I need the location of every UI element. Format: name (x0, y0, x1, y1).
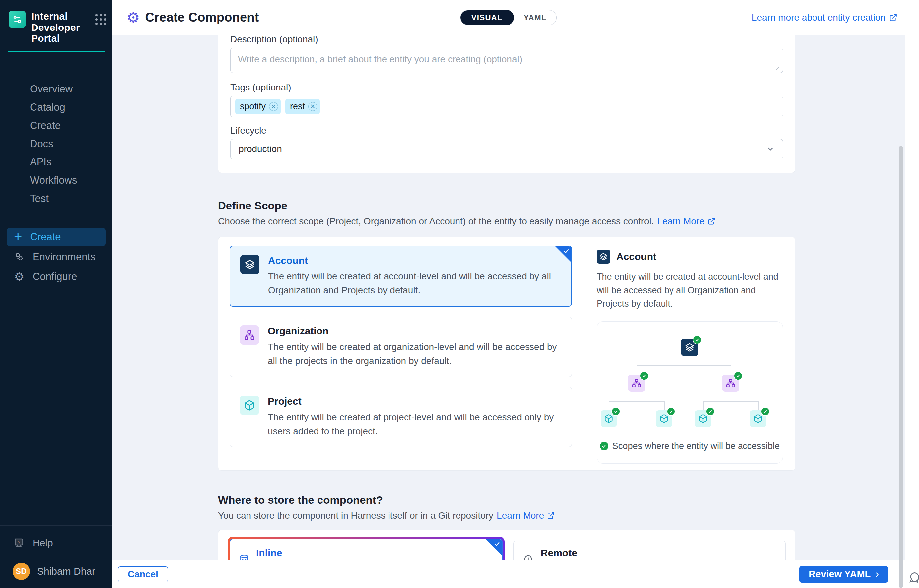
storage-option-title: Remote (541, 547, 682, 559)
harness-idp-logo[interactable] (9, 11, 26, 28)
storage-learn-more-link[interactable]: Learn More (497, 510, 555, 521)
help-label: Help (32, 537, 53, 549)
storage-subtitle: You can store the component in Harness i… (218, 510, 795, 521)
cube-icon (240, 396, 259, 415)
tag-chip: rest ✕ (285, 99, 320, 114)
database-code-icon (239, 554, 250, 561)
footer-bar: Cancel Review YAML › (112, 560, 905, 588)
user-menu[interactable]: SD Shibam Dhar (13, 563, 112, 580)
globe-plus-icon (523, 554, 534, 561)
external-link-icon (889, 13, 898, 22)
check-circle-icon (611, 407, 621, 416)
check-circle-icon (666, 407, 676, 416)
check-circle-icon (640, 371, 648, 380)
diagram-project-node (656, 410, 672, 427)
org-chart-icon (240, 325, 259, 345)
learn-more-label: Learn more about entity creation (752, 12, 885, 23)
sidebar-item-apis[interactable]: APIs (0, 153, 112, 171)
x-circle-icon[interactable]: ✕ (269, 102, 278, 111)
external-link-icon (547, 512, 555, 520)
sidebar-item-test[interactable]: Test (0, 190, 112, 208)
description-label: Description (optional) (230, 35, 783, 45)
diagram-project-node (750, 410, 767, 427)
storage-learn-more-label: Learn More (497, 510, 544, 521)
hexagons-icon (14, 252, 24, 262)
vertical-scrollbar[interactable] (899, 146, 903, 588)
lifecycle-value: production (238, 144, 282, 155)
sidebar-action-create[interactable]: + Create (6, 228, 105, 246)
storage-option-inline-highlight[interactable]: Inline IDP is stored in Harness (228, 536, 505, 561)
diagram-caption: Scopes where the entity will be accessib… (597, 441, 783, 451)
sidebar-section-divider (8, 221, 104, 221)
review-yaml-button[interactable]: Review YAML › (799, 566, 888, 583)
define-scope-subtitle: Choose the correct scope (Project, Organ… (218, 216, 795, 227)
sidebar: Internal Developer Portal Overview Catal… (0, 0, 112, 588)
svg-text:?: ? (18, 540, 21, 544)
sidebar-actions: + Create Environments ⚙ Configure (6, 228, 105, 288)
help-button[interactable]: ? Help (0, 526, 112, 549)
diagram-org-node (722, 375, 739, 392)
scope-option-project[interactable]: Project The entity will be created at pr… (230, 387, 572, 447)
cancel-button[interactable]: Cancel (118, 567, 168, 582)
nav-divider (24, 72, 86, 72)
x-circle-icon[interactable]: ✕ (308, 102, 317, 111)
app-root: Internal Developer Portal Overview Catal… (0, 0, 919, 588)
check-circle-icon (706, 407, 715, 416)
tags-input[interactable]: spotify ✕ rest ✕ (230, 96, 783, 117)
scope-hierarchy-diagram: Scopes where the entity will be accessib… (596, 321, 783, 464)
diagram-project-node (695, 410, 711, 427)
page-title: Create Component (145, 10, 259, 24)
storage-option-inline[interactable]: Inline IDP is stored in Harness (230, 539, 502, 561)
sidebar-action-environments-label: Environments (32, 251, 96, 263)
textarea-resize-handle[interactable] (776, 67, 781, 72)
define-scope-subtitle-text: Choose the correct scope (Project, Organ… (218, 216, 654, 227)
diagram-org-node (628, 375, 645, 392)
visual-yaml-toggle[interactable]: VISUAL YAML (460, 10, 557, 25)
sidebar-item-create[interactable]: Create (0, 117, 112, 135)
sidebar-nav: Overview Catalog Create Docs APIs Workfl… (0, 80, 112, 208)
scope-option-desc: The entity will be created at organizati… (268, 340, 562, 368)
check-icon (563, 247, 570, 254)
tag-chip: spotify ✕ (235, 99, 281, 114)
sidebar-action-environments[interactable]: Environments (6, 248, 105, 266)
check-circle-icon (761, 407, 770, 416)
scope-options: Account The entity will be created at ac… (230, 246, 572, 464)
toggle-yaml[interactable]: YAML (514, 10, 557, 25)
scope-option-organization[interactable]: Organization The entity will be created … (230, 317, 572, 377)
chevron-right-icon: › (875, 568, 879, 580)
check-circle-icon (600, 442, 608, 451)
lifecycle-select[interactable]: production (230, 139, 783, 160)
chat-question-icon: ? (13, 537, 25, 549)
toggle-visual[interactable]: VISUAL (460, 10, 514, 25)
scope-learn-more-link[interactable]: Learn More (657, 216, 715, 227)
app-grid-icon[interactable] (95, 14, 106, 25)
logo-glyph-icon (12, 14, 22, 24)
scope-detail-panel: Account The entity will be created at ac… (596, 246, 783, 464)
tag-chip-label: spotify (240, 102, 266, 112)
learn-more-entity-creation-link[interactable]: Learn more about entity creation (752, 12, 898, 23)
brand: Internal Developer Portal (0, 0, 112, 44)
component-details-card: Description (optional) Tags (optional) s… (218, 35, 795, 173)
gear-icon: ⚙ (127, 10, 140, 25)
description-input[interactable] (230, 48, 783, 73)
chat-bubble-icon[interactable] (908, 571, 919, 584)
sidebar-action-configure[interactable]: ⚙ Configure (6, 268, 105, 286)
storage-option-title: Inline (256, 547, 356, 559)
scope-option-account[interactable]: Account The entity will be created at ac… (230, 246, 572, 307)
storage-options-card: Inline IDP is stored in Harness R (218, 530, 795, 561)
tags-label: Tags (optional) (230, 82, 783, 93)
sidebar-item-overview[interactable]: Overview (0, 80, 112, 99)
check-circle-icon (693, 336, 702, 344)
scope-option-title: Organization (268, 325, 562, 337)
storage-option-remote[interactable]: Remote IDP is stored in your Git reposit… (513, 541, 786, 561)
layers-icon (240, 255, 259, 274)
main-column: ⚙ Create Component VISUAL YAML Learn mor… (112, 0, 905, 588)
diagram-project-node (600, 410, 617, 427)
sidebar-item-workflows[interactable]: Workflows (0, 171, 112, 190)
content-scroll-area[interactable]: Description (optional) Tags (optional) s… (112, 35, 905, 560)
sidebar-item-docs[interactable]: Docs (0, 135, 112, 153)
sidebar-item-catalog[interactable]: Catalog (0, 99, 112, 117)
lifecycle-label: Lifecycle (230, 125, 783, 136)
review-yaml-label: Review YAML (809, 569, 870, 580)
user-name: Shibam Dhar (37, 566, 95, 577)
